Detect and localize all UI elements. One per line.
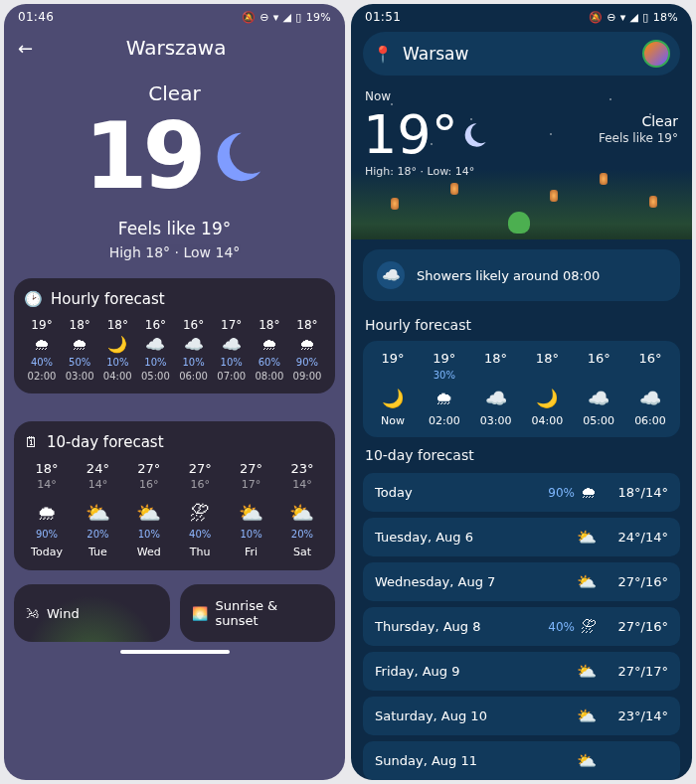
weather-icon: ⛅ (239, 501, 263, 525)
hourly-title: Hourly forecast (51, 290, 165, 308)
hourly-item[interactable]: 18° ☁️ 03:00 (472, 351, 520, 427)
feels-like: Feels like 19° (599, 131, 678, 145)
weather-icon: 🌧 (261, 335, 277, 354)
daily-row[interactable]: Wednesday, Aug 7 ⛅ 27°/16° (363, 562, 680, 601)
daily-name: Today (375, 485, 548, 500)
weather-icon: ⛅ (289, 501, 314, 525)
hourly-time: 04:00 (103, 371, 132, 382)
wind-label: Wind (47, 606, 80, 621)
precip-pct: 90% (296, 357, 318, 368)
hourly-time: 04:00 (532, 414, 564, 427)
daily-item[interactable]: 23° 14° ⛅ 20% Sat (279, 461, 325, 558)
high-low: High: 18° · Low: 14° (365, 165, 474, 178)
hourly-row[interactable]: 19° 🌧 40% 02:00 18° 🌧 50% 03:00 18° 🌙 10… (24, 318, 325, 382)
status-icons: 🔕 ⊖ ▾ ◢ ▯ 18% (589, 11, 678, 24)
daily-item[interactable]: 27° 16° ⛈ 40% Thu (177, 461, 223, 558)
hourly-card[interactable]: 🕑 Hourly forecast 19° 🌧 40% 02:00 18° 🌧 … (14, 278, 335, 393)
hourly-temp: 16° (638, 351, 661, 366)
hourly-temp: 18° (107, 318, 128, 332)
hourly-item[interactable]: 16° ☁️ 06:00 (626, 351, 674, 427)
precip-pct: 10% (182, 357, 204, 368)
daily-row[interactable]: Friday, Aug 9 ⛅ 27°/17° (363, 652, 680, 691)
nav-bar[interactable] (120, 650, 230, 654)
daily-name: Tue (88, 546, 107, 558)
weather-icon: ⛈ (190, 501, 210, 525)
daily-list[interactable]: Today 90% 🌧 18°/14° Tuesday, Aug 6 ⛅ 24°… (363, 467, 680, 780)
hourly-title: Hourly forecast (365, 317, 678, 333)
weather-icon: ☁️ (639, 388, 661, 408)
daily-item[interactable]: 27° 16° ⛅ 10% Wed (126, 461, 172, 558)
hourly-item[interactable]: 18° 🌧 60% 08:00 (252, 318, 287, 382)
daily-range: 23°/14° (609, 708, 668, 723)
daily-item[interactable]: 18° 14° 🌧 90% Today (24, 461, 70, 558)
sun-label: Sunrise & sunset (216, 598, 324, 628)
precip-pct: 50% (69, 357, 90, 368)
battery-icon: ▯ (295, 11, 301, 24)
daily-card[interactable]: 🗓 10-day forecast 18° 14° 🌧 90% Today 24… (14, 421, 335, 570)
hourly-time: 09:00 (293, 371, 322, 382)
daily-row[interactable]: Today 90% 🌧 18°/14° (363, 473, 680, 512)
hourly-item[interactable]: 18° 🌧 50% 03:00 (62, 318, 97, 382)
daily-name: Sunday, Aug 11 (375, 753, 577, 768)
daily-item[interactable]: 24° 14° ⛅ 20% Tue (75, 461, 120, 558)
daily-low: 14° (292, 478, 312, 491)
daily-item[interactable]: 27° 17° ⛅ 10% Fri (229, 461, 274, 558)
weather-icon: ⛅ (136, 501, 161, 525)
avatar[interactable] (642, 40, 670, 68)
hourly-temp: 18° (484, 351, 507, 366)
hourly-item[interactable]: 18° 🌙 04:00 (523, 351, 571, 427)
hourly-item[interactable]: 19° 🌙 Now (369, 351, 417, 427)
moon-icon (208, 128, 265, 186)
hourly-temp: 16° (145, 318, 166, 332)
mute-icon: 🔕 (242, 11, 256, 24)
status-bar: 01:46 🔕 ⊖ ▾ ◢ ▯ 19% (4, 4, 345, 26)
hero: Clear 19 Feels like 19° High 18° · Low 1… (4, 70, 345, 264)
alert-card[interactable]: ☁️ Showers likely around 08:00 (363, 249, 680, 301)
daily-low: 17° (242, 478, 261, 491)
daily-row[interactable]: Tuesday, Aug 6 ⛅ 24°/14° (363, 518, 680, 556)
location-bar[interactable]: 📍 Warsaw (363, 32, 680, 76)
daily-name: Friday, Aug 9 (375, 664, 577, 679)
hourly-temp: 19° (381, 351, 404, 366)
daily-low: 14° (88, 478, 108, 491)
clock: 01:46 (18, 10, 54, 24)
hourly-row[interactable]: 19° 🌙 Now 19° 30% 🌧 02:00 18° ☁️ 03:00 1… (363, 341, 680, 437)
hourly-item[interactable]: 16° ☁️ 10% 05:00 (137, 318, 173, 382)
hourly-time: 03:00 (66, 371, 94, 382)
daily-name: Sat (293, 546, 311, 558)
hourly-item[interactable]: 19° 30% 🌧 02:00 (421, 351, 468, 427)
hourly-item[interactable]: 18° 🌧 90% 09:00 (289, 318, 325, 382)
new-app-screen: 01:46 🔕 ⊖ ▾ ◢ ▯ 19% ← Warszawa Clear 19 … (4, 4, 345, 780)
weather-icon: ☁️ (222, 335, 242, 354)
hourly-time: 07:00 (217, 371, 246, 382)
daily-row[interactable]: 18° 14° 🌧 90% Today 24° 14° ⛅ 20% Tue 27… (24, 461, 325, 558)
daily-high: 27° (189, 461, 212, 476)
weather-icon: ⛈ (581, 617, 597, 636)
precip-pct: 10% (138, 529, 160, 540)
bottom-tiles: 🌬 Wind 🌅 Sunrise & sunset (14, 584, 335, 642)
precip-pct: 90% (36, 529, 58, 540)
daily-header: 🗓 10-day forecast (24, 433, 325, 451)
daily-name: Tuesday, Aug 6 (375, 530, 577, 545)
hourly-temp: 17° (221, 318, 242, 332)
hourly-item[interactable]: 18° 🌙 10% 04:00 (99, 318, 135, 382)
daily-high: 24° (87, 461, 109, 476)
signal-icon: ◢ (630, 11, 639, 24)
hourly-time: 06:00 (634, 414, 666, 427)
hourly-item[interactable]: 16° ☁️ 05:00 (575, 351, 622, 427)
weather-icon: ☁️ (184, 335, 204, 354)
mute-icon: 🔕 (589, 11, 603, 24)
dnd-icon: ⊖ (260, 11, 269, 24)
clock-icon: 🕑 (24, 290, 43, 308)
hourly-item[interactable]: 19° 🌧 40% 02:00 (24, 318, 60, 382)
wind-tile[interactable]: 🌬 Wind (14, 584, 170, 642)
daily-row[interactable]: Saturday, Aug 10 ⛅ 23°/14° (363, 697, 680, 735)
hourly-item[interactable]: 17° ☁️ 10% 07:00 (214, 318, 250, 382)
hourly-temp: 16° (588, 351, 610, 366)
hourly-item[interactable]: 16° ☁️ 10% 06:00 (176, 318, 212, 382)
sun-tile[interactable]: 🌅 Sunrise & sunset (180, 584, 336, 642)
hourly-time: 05:00 (141, 371, 170, 382)
daily-row[interactable]: Thursday, Aug 8 40% ⛈ 27°/16° (363, 607, 680, 646)
daily-row[interactable]: Sunday, Aug 11 ⛅ (363, 741, 680, 780)
wifi-icon: ▾ (620, 11, 626, 24)
